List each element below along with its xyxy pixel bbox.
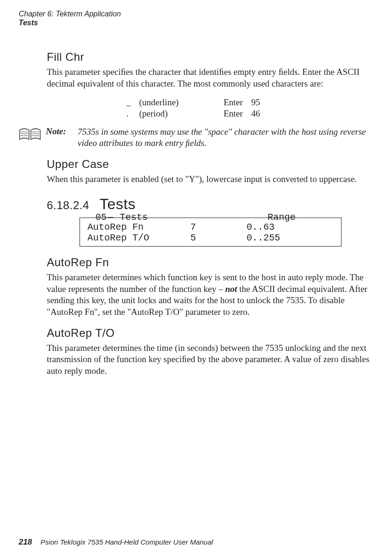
- text-emphasis: not: [225, 284, 237, 294]
- param-range: 0..63: [247, 222, 275, 233]
- char-symbol: .: [123, 109, 135, 119]
- char-name: (period): [136, 109, 182, 119]
- text-autorep-to: This parameter determines the time (in s…: [47, 342, 371, 377]
- page-number: 218: [19, 538, 32, 546]
- tests-box: AutoRep Fn 7 0..63 AutoRep T/O 5 0..255: [80, 218, 341, 247]
- char-action: Enter: [220, 97, 247, 108]
- running-header: Chapter 6: Tekterm Application Tests: [19, 9, 373, 27]
- header-line-1: Chapter 6: Tekterm Application: [19, 9, 373, 18]
- table-row: _ (underline) Enter 95: [123, 97, 264, 108]
- header-line-2: Tests: [19, 18, 373, 27]
- param-name: AutoRep Fn: [87, 222, 190, 233]
- heading-upper-case: Upper Case: [47, 158, 371, 171]
- heading-autorep-fn: AutoRep Fn: [47, 256, 371, 269]
- char-symbol: _: [123, 97, 135, 108]
- char-code: 95: [247, 97, 264, 108]
- fill-chr-table: _ (underline) Enter 95 . (period) Enter …: [122, 96, 265, 120]
- note-text: 7535s in some systems may use the "space…: [78, 126, 371, 149]
- table-row: . (period) Enter 46: [123, 109, 264, 119]
- text-upper-case: When this parameter is enabled (set to "…: [47, 174, 371, 185]
- page-footer: 218 Psion Teklogix 7535 Hand-Held Comput…: [19, 538, 213, 547]
- text-autorep-fn: This parameter determines which function…: [47, 272, 371, 318]
- book-icon: [19, 127, 41, 143]
- note-block: Note: 7535s in some systems may use the …: [19, 126, 371, 149]
- param-value: 7: [190, 222, 247, 233]
- param-range: 0..255: [247, 233, 280, 243]
- char-name: (underline): [136, 97, 182, 108]
- footer-title: Psion Teklogix 7535 Hand-Held Computer U…: [41, 538, 213, 546]
- heading-autorep-to: AutoRep T/O: [47, 327, 371, 340]
- param-name: AutoRep T/O: [87, 233, 190, 243]
- heading-fill-chr: Fill Chr: [47, 51, 371, 64]
- char-action: Enter: [220, 109, 247, 119]
- table-row: AutoRep T/O 5 0..255: [87, 233, 334, 243]
- section-number: 6.18.2.4: [47, 199, 89, 212]
- text-fill-chr: This parameter speciﬁes the character th…: [47, 66, 371, 89]
- char-code: 46: [247, 109, 264, 119]
- table-row: AutoRep Fn 7 0..63: [87, 222, 334, 233]
- note-label: Note:: [46, 126, 69, 137]
- section-title: Tests: [100, 196, 136, 213]
- param-value: 5: [190, 233, 247, 243]
